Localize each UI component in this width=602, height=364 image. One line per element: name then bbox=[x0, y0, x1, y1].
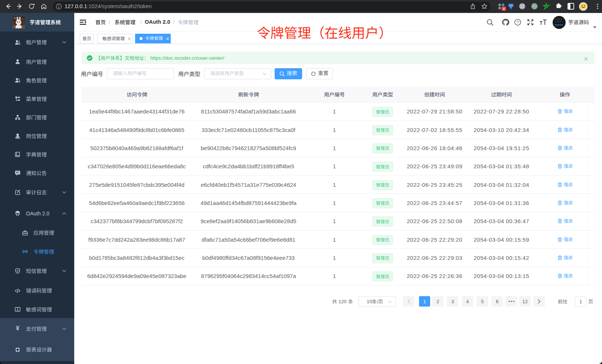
svg-text:9: 9 bbox=[503, 7, 505, 11]
svg-text:?: ? bbox=[517, 20, 519, 24]
